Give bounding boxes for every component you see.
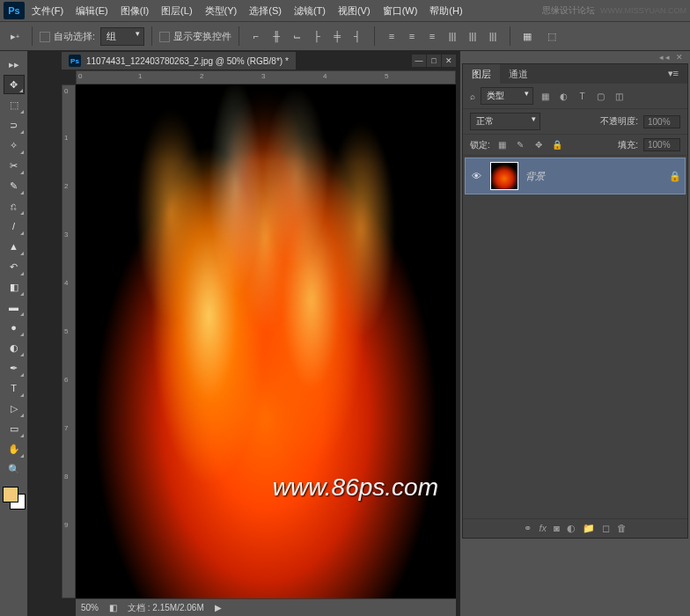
gradient-tool[interactable]: ▬ — [4, 297, 25, 317]
lock-icon: 🔒 — [669, 171, 681, 182]
info-arrow-icon[interactable]: ▶ — [215, 603, 222, 612]
layers-list[interactable]: 👁 背景 🔒 — [463, 158, 687, 518]
show-transform-check[interactable]: 显示变换控件 — [159, 30, 231, 43]
workspace: Ps 11074431_122403780263_2.jpg @ 50% (RG… — [28, 51, 459, 616]
hand-tool[interactable]: ✋ — [4, 439, 25, 458]
zoom-tool[interactable]: 🔍 — [4, 459, 25, 479]
layer-name[interactable]: 背景 — [525, 170, 545, 183]
ruler-horizontal[interactable]: 012345 — [76, 70, 456, 84]
3d-mode-icon[interactable]: ⬚ — [542, 26, 562, 46]
opacity-input[interactable]: 100% — [643, 115, 680, 128]
pen-tool[interactable]: ✒ — [4, 358, 25, 378]
zoom-level[interactable]: 50% — [81, 603, 99, 612]
align-hcenter-icon[interactable]: ╪ — [327, 26, 347, 46]
delete-layer-icon[interactable]: 🗑 — [617, 523, 627, 534]
move-tool-icon[interactable]: ▸+ — [5, 26, 25, 46]
layer-background[interactable]: 👁 背景 🔒 — [465, 158, 686, 194]
menu-file[interactable]: 文件(F) — [26, 3, 69, 19]
menu-view[interactable]: 视图(V) — [333, 3, 376, 19]
align-vcenter-icon[interactable]: ╫ — [267, 26, 286, 46]
tab-layers[interactable]: 图层 — [463, 64, 500, 84]
menu-edit[interactable]: 编辑(E) — [70, 3, 114, 19]
doc-title: 11074431_122403780263_2.jpg @ 50% (RGB/8… — [86, 56, 289, 66]
filter-smart-icon[interactable]: ◫ — [613, 90, 626, 103]
brush-tool[interactable]: / — [4, 216, 25, 236]
app-logo: Ps — [4, 2, 25, 19]
close-button[interactable]: ✕ — [442, 55, 456, 67]
color-swatch[interactable] — [3, 487, 26, 510]
blend-mode-dropdown[interactable]: 正常 — [470, 113, 540, 130]
layer-group-icon[interactable]: 📁 — [583, 523, 595, 534]
dist-right-icon[interactable]: ||| — [483, 26, 503, 46]
options-bar: ▸+ 自动选择: 组 显示变换控件 ⌐ ╫ ⌙ ├ ╪ ┤ ≡ ≡ ≡ ||| … — [0, 21, 690, 51]
eyedropper-tool[interactable]: ✎ — [4, 176, 25, 195]
move-tool[interactable]: ✥ — [4, 75, 25, 94]
minimize-button[interactable]: — — [412, 55, 426, 67]
menu-image[interactable]: 图像(I) — [115, 3, 154, 19]
dist-hcenter-icon[interactable]: ||| — [463, 26, 482, 46]
menu-layer[interactable]: 图层(L) — [156, 3, 197, 19]
tab-channels[interactable]: 通道 — [500, 64, 537, 84]
align-right-icon[interactable]: ┤ — [348, 26, 367, 46]
align-bottom-icon[interactable]: ⌙ — [287, 26, 306, 46]
patch-tool[interactable]: ⎌ — [4, 196, 25, 216]
menu-window[interactable]: 窗口(W) — [378, 3, 423, 19]
adjustment-layer-icon[interactable]: ◐ — [567, 523, 576, 534]
menu-select[interactable]: 选择(S) — [244, 3, 287, 19]
menu-bar: Ps 文件(F) 编辑(E) 图像(I) 图层(L) 类型(Y) 选择(S) 滤… — [0, 0, 690, 21]
marquee-tool[interactable]: ⬚ — [4, 95, 25, 114]
type-tool[interactable]: T — [4, 378, 25, 398]
lock-position-icon[interactable]: ✥ — [532, 138, 546, 151]
dist-top-icon[interactable]: ≡ — [382, 26, 401, 46]
lock-pixels-icon[interactable]: ✎ — [514, 138, 527, 151]
menu-type[interactable]: 类型(Y) — [200, 3, 243, 19]
menu-filter[interactable]: 滤镜(T) — [289, 3, 331, 19]
canvas[interactable]: www.86ps.com — [76, 84, 456, 598]
align-top-icon[interactable]: ⌐ — [246, 26, 266, 46]
new-layer-icon[interactable]: ◻ — [602, 523, 610, 534]
doc-info[interactable]: 文档 : 2.15M/2.06M — [128, 602, 204, 614]
filter-adjust-icon[interactable]: ◐ — [557, 90, 570, 103]
document-tab[interactable]: Ps 11074431_122403780263_2.jpg @ 50% (RG… — [62, 52, 296, 70]
filter-type-dropdown[interactable]: 类型 — [481, 87, 533, 105]
collapse-icon[interactable]: ▸▸ — [4, 55, 24, 74]
layer-mask-icon[interactable]: ◙ — [554, 523, 560, 534]
stamp-tool[interactable]: ▲ — [4, 237, 25, 256]
panel-menu-icon[interactable]: ▾≡ — [659, 64, 687, 84]
fill-input[interactable]: 100% — [643, 138, 680, 151]
auto-select-label: 自动选择: — [54, 31, 95, 41]
dist-bottom-icon[interactable]: ≡ — [422, 26, 442, 46]
path-select-tool[interactable]: ▷ — [4, 399, 25, 418]
lock-all-icon[interactable]: 🔒 — [551, 138, 564, 151]
shape-tool[interactable]: ▭ — [4, 419, 25, 438]
search-icon[interactable]: ⌕ — [470, 92, 475, 101]
lock-label: 锁定: — [470, 139, 490, 151]
lasso-tool[interactable]: ⊃ — [4, 115, 25, 135]
dodge-tool[interactable]: ◐ — [4, 338, 25, 357]
auto-align-icon[interactable]: ▦ — [518, 26, 537, 46]
wand-tool[interactable]: ✧ — [4, 136, 25, 155]
auto-select-check[interactable]: 自动选择: — [40, 30, 95, 43]
filter-type-icon[interactable]: T — [576, 90, 589, 103]
visibility-icon[interactable]: 👁 — [469, 171, 483, 181]
filter-shape-icon[interactable]: ▢ — [594, 90, 607, 103]
auto-select-dropdown[interactable]: 组 — [100, 27, 144, 46]
align-left-icon[interactable]: ├ — [307, 26, 327, 46]
dist-vcenter-icon[interactable]: ≡ — [402, 26, 422, 46]
menu-help[interactable]: 帮助(H) — [424, 3, 467, 19]
maximize-button[interactable]: □ — [427, 55, 441, 67]
blur-tool[interactable]: ● — [4, 318, 25, 337]
crop-tool[interactable]: ✂ — [4, 156, 25, 175]
eraser-tool[interactable]: ◧ — [4, 277, 25, 297]
panel-collapse-icon[interactable]: ◂◂ ✕ — [659, 53, 685, 62]
dist-left-icon[interactable]: ||| — [443, 26, 462, 46]
layer-thumbnail[interactable] — [490, 162, 518, 190]
link-layers-icon[interactable]: ⚭ — [524, 523, 532, 534]
layer-effects-icon[interactable]: fx — [539, 523, 547, 534]
ruler-vertical[interactable]: 0123456789 — [62, 84, 76, 598]
panel-tabs: 图层 通道 ▾≡ — [463, 64, 687, 84]
filter-pixel-icon[interactable]: ▦ — [539, 90, 552, 103]
lock-transparent-icon[interactable]: ▦ — [495, 138, 509, 151]
document-tab-bar: Ps 11074431_122403780263_2.jpg @ 50% (RG… — [28, 51, 459, 70]
history-brush-tool[interactable]: ↶ — [4, 257, 25, 276]
